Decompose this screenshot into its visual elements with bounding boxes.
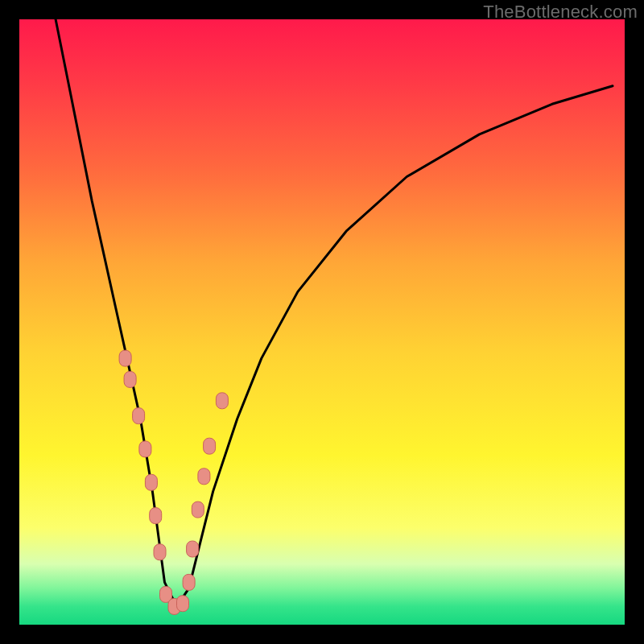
data-point bbox=[133, 408, 145, 424]
data-point bbox=[192, 502, 204, 518]
data-point bbox=[154, 544, 166, 560]
data-point bbox=[183, 574, 195, 590]
data-point bbox=[139, 441, 151, 457]
data-point bbox=[204, 438, 216, 454]
data-point bbox=[187, 541, 199, 557]
bottleneck-curve bbox=[56, 19, 613, 606]
data-point bbox=[177, 596, 189, 612]
data-point bbox=[216, 393, 228, 409]
watermark-text: TheBottleneck.com bbox=[483, 2, 638, 23]
data-point bbox=[150, 508, 162, 524]
data-point bbox=[119, 350, 131, 366]
data-point bbox=[124, 371, 136, 387]
chart-svg bbox=[19, 19, 625, 625]
plot-area bbox=[19, 19, 625, 625]
data-point bbox=[145, 474, 157, 490]
data-point bbox=[198, 469, 210, 485]
